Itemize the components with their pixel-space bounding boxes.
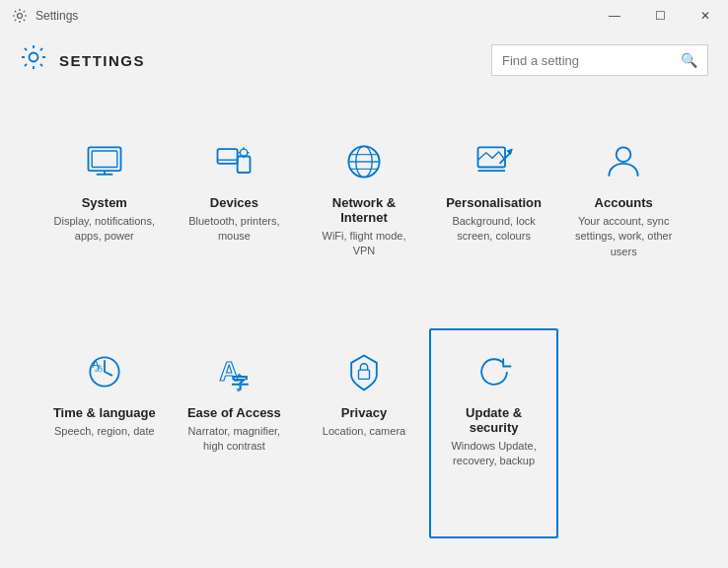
header-left: SETTINGS: [20, 43, 145, 77]
privacy-icon: [342, 348, 386, 395]
item-name-accounts: Accounts: [595, 195, 653, 210]
title-bar-left: Settings: [12, 8, 78, 24]
item-desc-accounts: Your account, sync settings, work, other…: [570, 214, 677, 259]
search-input[interactable]: [502, 53, 681, 68]
grid-item-system[interactable]: SystemDisplay, notifications, apps, powe…: [39, 118, 170, 328]
svg-rect-6: [218, 149, 238, 164]
svg-point-0: [18, 14, 23, 19]
close-button[interactable]: ✕: [683, 0, 728, 32]
svg-text:字: 字: [233, 374, 250, 391]
grid-item-network[interactable]: Network & InternetWiFi, flight mode, VPN: [299, 118, 429, 328]
grid-item-devices[interactable]: DevicesBluetooth, printers, mouse: [170, 118, 300, 328]
item-name-devices: Devices: [210, 195, 258, 210]
grid-item-accounts[interactable]: AccountsYour account, sync settings, wor…: [558, 118, 689, 328]
grid-item-privacy[interactable]: PrivacyLocation, camera: [299, 328, 429, 538]
app-title: SETTINGS: [59, 52, 145, 69]
svg-rect-29: [358, 370, 369, 379]
settings-window: Settings — ☐ ✕ SETTINGS 🔍 SystemDisplay,…: [0, 0, 728, 568]
grid-item-update[interactable]: Update & securityWindows Update, recover…: [429, 328, 559, 538]
item-name-network: Network & Internet: [311, 195, 417, 225]
item-name-personalisation: Personalisation: [446, 195, 542, 210]
grid-item-ease[interactable]: A字Ease of AccessNarrator, magnifier, hig…: [170, 328, 300, 538]
item-name-ease: Ease of Access: [187, 405, 281, 420]
title-text: Settings: [36, 9, 78, 23]
app-header: SETTINGS 🔍: [0, 32, 728, 89]
update-icon: [473, 348, 516, 395]
item-name-privacy: Privacy: [341, 405, 387, 420]
ease-icon: A字: [212, 348, 255, 395]
item-desc-update: Windows Update, recovery, backup: [441, 439, 547, 469]
item-desc-system: Display, notifications, apps, power: [51, 214, 158, 245]
title-settings-icon: [12, 8, 28, 24]
time-icon: Aあ: [83, 348, 126, 395]
item-desc-devices: Bluetooth, printers, mouse: [182, 214, 288, 245]
network-icon: [342, 138, 386, 185]
title-bar-controls: — ☐ ✕: [592, 0, 728, 32]
item-name-time: Time & language: [53, 405, 156, 420]
minimize-button[interactable]: —: [592, 0, 637, 32]
svg-point-9: [241, 149, 248, 156]
settings-gear-icon: [20, 43, 47, 77]
accounts-icon: [602, 138, 645, 185]
settings-grid: SystemDisplay, notifications, apps, powe…: [0, 89, 728, 568]
item-name-system: System: [82, 195, 127, 210]
item-desc-network: WiFi, flight mode, VPN: [311, 229, 417, 259]
svg-text:あ: あ: [95, 364, 103, 373]
system-icon: [83, 138, 126, 185]
svg-marker-21: [506, 149, 512, 155]
search-box[interactable]: 🔍: [491, 44, 708, 76]
item-desc-ease: Narrator, magnifier, high contrast: [182, 424, 288, 455]
svg-point-1: [30, 53, 38, 62]
item-name-update: Update & security: [441, 405, 547, 435]
grid-item-time[interactable]: AあTime & languageSpeech, region, date: [39, 328, 170, 538]
devices-icon: [212, 138, 255, 185]
item-desc-privacy: Location, camera: [323, 424, 405, 439]
item-desc-time: Speech, region, date: [54, 424, 155, 439]
svg-rect-7: [238, 157, 251, 174]
svg-rect-5: [92, 151, 117, 168]
item-desc-personalisation: Background, lock screen, colours: [441, 214, 547, 245]
title-bar: Settings — ☐ ✕: [0, 0, 728, 32]
personalisation-icon: [473, 138, 516, 185]
search-icon: 🔍: [681, 52, 697, 68]
maximize-button[interactable]: ☐: [637, 0, 683, 32]
grid-item-personalisation[interactable]: PersonalisationBackground, lock screen, …: [429, 118, 559, 328]
svg-point-23: [617, 147, 631, 162]
